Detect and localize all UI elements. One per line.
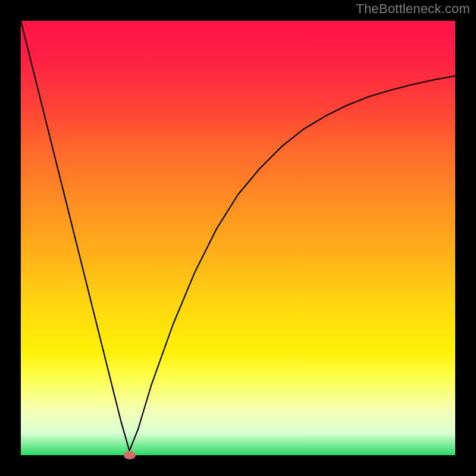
chart-frame: TheBottleneck.com — [0, 0, 476, 476]
curve-svg — [21, 21, 455, 455]
watermark-text: TheBottleneck.com — [356, 1, 470, 17]
plot-area — [21, 21, 455, 455]
bottleneck-curve-path — [21, 21, 455, 451]
bottleneck-marker — [124, 451, 136, 459]
